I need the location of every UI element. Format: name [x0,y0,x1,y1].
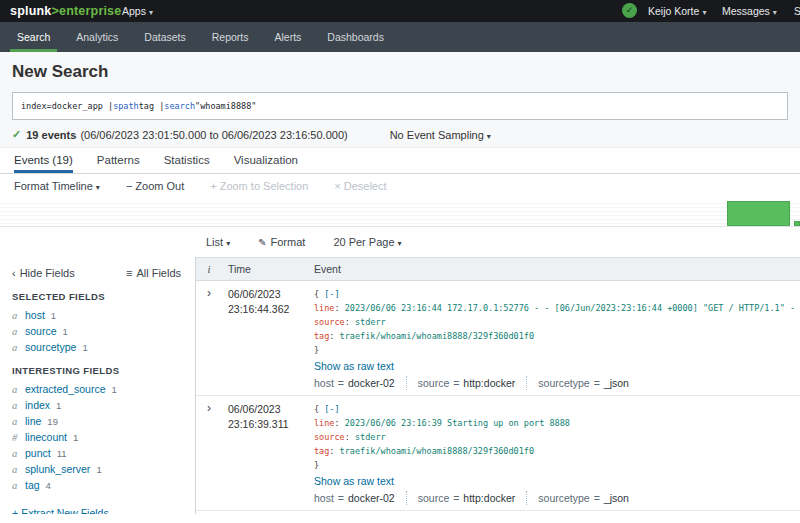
settings-menu[interactable]: Settings [794,5,800,17]
json-key[interactable]: line [314,418,334,428]
meta-value-sourcetype[interactable]: _json [604,492,629,504]
apps-menu[interactable]: Apps▾ [122,5,153,17]
pencil-icon: ✎ [258,237,266,248]
json-value[interactable]: stderr [355,432,386,442]
meta-value-source[interactable]: http:docker [463,492,515,504]
field-item-linecount[interactable]: #linecount1 [12,429,195,445]
json-collapse-toggle[interactable]: [-] [324,404,339,414]
selected-fields-header: SELECTED FIELDS [12,291,195,302]
hide-fields-link[interactable]: ‹Hide Fields [12,267,75,279]
spl-text: "whoami8888" [195,101,256,111]
timeline-bar[interactable] [794,221,800,226]
logo-enterprise-text: >enterprise [51,4,121,18]
chevron-down-icon: ▾ [398,239,402,248]
event-sampling-dropdown[interactable]: No Event Sampling▾ [390,129,491,141]
tab-visualization[interactable]: Visualization [234,148,298,173]
spl-command: search [164,101,195,111]
field-item-punct[interactable]: apunct11 [12,445,195,461]
search-status-line: ✓ 19 events (06/06/2023 23:01:50.000 to … [12,128,788,141]
json-value[interactable]: traefik/whoami/whoami8888/329f360d01f0 [340,446,534,456]
json-key[interactable]: tag [314,331,329,341]
json-key[interactable]: tag [314,446,329,456]
field-item-source[interactable]: asource1 [12,323,195,339]
event-row: › 06/06/202323:16:44.362 { [-] line: 202… [196,281,800,396]
spl-command: spath [113,101,139,111]
app-nav-bar: Search Analytics Datasets Reports Alerts… [0,22,800,52]
chevron-down-icon: ▾ [487,132,491,141]
deselect-button[interactable]: ×Deselect [334,180,386,192]
field-type-icon: # [12,432,25,443]
meta-value-sourcetype[interactable]: _json [604,377,629,389]
user-status-avatar[interactable]: ✓ [622,3,637,18]
event-row: › 06/06/202323:16:39.311 { [-] line: 202… [196,396,800,511]
expand-event-chevron[interactable]: › [196,402,222,505]
plus-icon: + [210,180,216,192]
meta-value-host[interactable]: docker-02 [348,492,395,504]
json-value[interactable]: stderr [355,317,386,327]
zoom-out-button[interactable]: −Zoom Out [126,180,184,192]
list-view-dropdown[interactable]: List▾ [206,236,230,248]
per-page-dropdown[interactable]: 20 Per Page▾ [333,236,401,248]
nav-item-dashboards[interactable]: Dashboards [314,22,397,52]
chevron-down-icon: ▾ [773,8,777,17]
json-collapse-toggle[interactable]: [-] [324,289,339,299]
show-raw-text-link[interactable]: Show as raw text [314,360,800,372]
json-value[interactable]: traefik/whoami/whoami8888/329f360d01f0 [340,331,534,341]
format-timeline-dropdown[interactable]: Format Timeline▾ [14,180,100,192]
field-type-icon: a [12,416,25,427]
chevron-down-icon: ▾ [149,8,153,17]
field-item-tag[interactable]: atag4 [12,477,195,493]
event-time: 06/06/202323:16:44.362 [222,287,308,390]
json-key[interactable]: source [314,317,345,327]
all-fields-link[interactable]: ≡All Fields [126,267,181,279]
chevron-left-icon: ‹ [12,267,16,279]
minus-icon: − [126,180,132,192]
field-item-index[interactable]: aindex1 [12,397,195,413]
event-timeline[interactable] [0,200,800,227]
nav-item-search[interactable]: Search [4,22,63,52]
show-raw-text-link[interactable]: Show as raw text [314,475,800,487]
chevron-down-icon: ▾ [702,8,706,17]
messages-menu[interactable]: Messages▾ [722,5,777,17]
field-item-host[interactable]: ahost1 [12,307,195,323]
user-menu[interactable]: Keijo Korte▾ [648,5,706,17]
plus-icon: + [12,507,18,514]
search-input[interactable]: index=docker_app | spath tag | search "w… [12,92,788,120]
meta-value-source[interactable]: http:docker [463,377,515,389]
field-type-icon: a [12,464,25,475]
meta-value-host[interactable]: docker-02 [348,377,395,389]
format-button[interactable]: ✎Format [258,236,305,248]
zoom-to-selection-button[interactable]: +Zoom to Selection [210,180,308,192]
timeline-controls: Format Timeline▾ −Zoom Out +Zoom to Sele… [0,174,800,198]
json-value[interactable]: 2023/06/06 23:16:44 172.17.0.1:52776 - -… [345,303,800,313]
field-item-line[interactable]: aline19 [12,413,195,429]
event-cell: { [-] line: 2023/06/06 23:16:44 172.17.0… [308,287,800,390]
timeline-bar[interactable] [727,201,790,226]
expand-event-chevron[interactable]: › [196,287,222,390]
page-title: New Search [12,62,788,82]
check-icon: ✓ [626,5,634,15]
field-item-sourcetype[interactable]: asourcetype1 [12,339,195,355]
nav-item-analytics[interactable]: Analytics [63,22,131,52]
field-item-extracted-source[interactable]: aextracted_source1 [12,381,195,397]
extract-new-fields-link[interactable]: +Extract New Fields [12,507,195,514]
field-type-icon: a [12,326,25,337]
event-meta-row: host=docker-02 source=http:docker source… [314,491,800,505]
events-table: i Time Event › 06/06/202323:16:44.362 { … [196,257,800,514]
nav-item-datasets[interactable]: Datasets [131,22,198,52]
json-value[interactable]: 2023/06/06 23:16:39 Starting up on port … [345,418,570,428]
tab-events[interactable]: Events (19) [14,148,73,173]
nav-item-reports[interactable]: Reports [199,22,262,52]
time-range: (06/06/2023 23:01:50.000 to 06/06/2023 2… [80,129,347,141]
search-section: New Search index=docker_app | spath tag … [0,52,800,148]
time-column-header: Time [222,263,308,275]
field-item-splunk-server[interactable]: asplunk_server1 [12,461,195,477]
nav-item-alerts[interactable]: Alerts [262,22,315,52]
info-column-header: i [196,264,222,275]
tab-statistics[interactable]: Statistics [164,148,210,173]
fields-sidebar: ‹Hide Fields ≡All Fields SELECTED FIELDS… [0,257,196,514]
event-cell: { [-] line: 2023/06/06 23:16:39 Starting… [308,402,800,505]
json-key[interactable]: source [314,432,345,442]
json-key[interactable]: line [314,303,334,313]
tab-patterns[interactable]: Patterns [97,148,140,173]
